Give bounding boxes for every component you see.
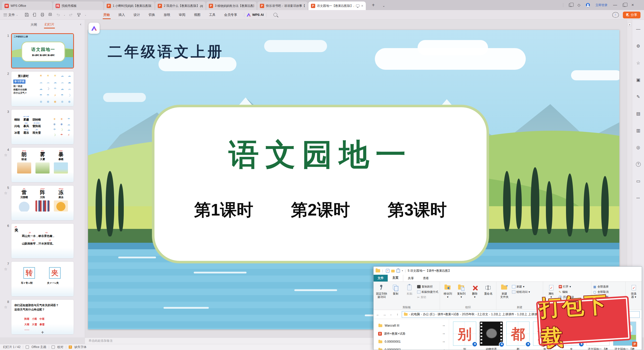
restore-button[interactable] [623,4,626,7]
tab-list-chevron-icon[interactable]: ⌄ [382,3,385,9]
wps-ai-button[interactable]: WPS AI [247,13,264,17]
file-menu[interactable]: 文件⌄ [4,13,18,17]
avatar[interactable] [586,3,590,7]
app-tab-4[interactable]: P2 我是什么【教案匹配版】.pptx [155,2,206,10]
magic-pen-icon[interactable]: ✎ [632,91,644,103]
filter-button[interactable]: 筛选器 ▾ [627,283,640,305]
thumbnail-5[interactable]: léi雷贝雷帽 zhèn阵方阵 dòng冻果冻 [11,185,74,221]
share-button[interactable]: 分享 [623,12,640,18]
collapse-icon[interactable]: — [632,23,644,35]
ribbon-tab-4[interactable]: 切换 [144,10,159,20]
file-item[interactable]: 别别 [453,322,476,350]
breadcrumb-item[interactable]: 2上语文› [477,312,490,317]
slide-layout-icon[interactable]: ▣ [632,74,644,86]
thumbnail-8[interactable]: 你们还知道那些与天气有关的词语？这些天气有什么特点呢？ 阵雨 小雨 中雨 大雨 … [11,299,74,335]
thumbnail-2[interactable]: 第1课时 学习字词 说一说这些图片分别表示什么天气？ ☀☀☀☁☁☁☁☁☁☁☁☽☂… [11,71,74,107]
paste-button[interactable]: 粘贴 [403,283,416,305]
app-tab-7[interactable]: P语文园地一【教案匹配版】.pp× [308,2,366,10]
ribbon-tab-5[interactable]: 放映 [159,10,175,20]
ribbon-tab-1[interactable]: 开始 [99,10,114,20]
new-item-button[interactable]: 新建 ▾ [512,285,530,289]
notes-bar[interactable]: 单击此处添加备注 [85,337,373,344]
new-folder-button[interactable]: ✦ 新建文件夹 [498,283,511,305]
cut-button[interactable]: ✂剪切 [417,295,438,299]
forward-icon[interactable]: → [382,312,387,317]
nav-item[interactable]: Warcraft III➚ [374,322,449,330]
thumbnail-6[interactable]: jiā 夹 jiā xiá 两山夹一水，峡谷景色幽， xiá jiā 山陡路狭窄… [11,223,74,259]
print-preview-icon[interactable] [48,13,52,17]
close-button[interactable]: × [631,3,634,8]
search-icon[interactable] [273,13,277,17]
tab-outline[interactable]: 大纲 [30,21,37,28]
thumbnail-1[interactable]: 语文园地一 第1课时 第2课时 第3课时 二年级语文上册 [11,33,74,68]
explorer-tab-home[interactable]: 主页 [388,274,403,282]
star-icon[interactable]: ☆ [4,305,7,309]
theme-clothes-icon[interactable]: ▤ [632,108,644,120]
ribbon-tab-3[interactable]: 设计 [129,10,144,20]
breadcrumb-item[interactable]: 2025年秋› [462,312,476,317]
ribbon-tab-2[interactable]: 插入 [114,10,129,20]
select-all-button[interactable]: ▦全部选择 [593,285,609,289]
undo-icon[interactable] [56,13,60,17]
help-icon[interactable]: ? [632,158,644,170]
proof-label[interactable]: 校对 [57,345,63,349]
format-painter-icon[interactable] [77,13,81,17]
close-tab-icon[interactable]: × [361,4,363,8]
delete-button[interactable]: 删除▾ [469,283,481,305]
ribbon-tab-9[interactable]: 会员专享 [220,10,242,20]
login-link[interactable]: 立即登录 [595,3,608,7]
comment-icon[interactable]: ▭ [632,175,644,187]
open-button[interactable]: W打开 ▾ [559,285,574,289]
tab-slides[interactable]: 幻灯片 [44,21,55,28]
app-tab-1[interactable]: WWPS Office [2,2,52,10]
breadcrumb-item[interactable]: 1.2语上 上课课件› [491,312,516,317]
move-to-button[interactable]: 移动到▾ [441,283,454,305]
rename-button[interactable]: 重命名 [482,283,495,305]
theme-label[interactable]: Office 主题 [31,345,46,349]
star-icon[interactable]: ☆ [4,153,7,157]
app-tab-2[interactable]: 找找稿壳模板 [53,2,103,10]
back-icon[interactable]: ← [376,312,380,317]
save-icon[interactable] [25,13,29,17]
star-icon[interactable]: ☆ [4,267,7,271]
thumbnail-4[interactable]: lǎng朗朗读 wù雾大雾 bào暴暴晒 [11,147,74,183]
wps-ai-floating-button[interactable] [89,23,100,34]
properties-quick-icon[interactable] [386,269,389,273]
cloud-upload-icon[interactable] [612,12,619,18]
export-icon[interactable] [32,13,37,17]
minimize-button[interactable]: — [613,3,617,7]
breadcrumb-item[interactable]: 课件+教案+试卷› [437,312,461,317]
explorer-titlebar[interactable]: | ▾ | 5 语文园地一【课件+教案匹配】 [374,267,642,275]
doc-finder-icon[interactable]: ◎ [632,141,644,153]
breadcrumb-item[interactable]: 此电脑› [411,312,422,317]
ribbon-tab-8[interactable]: 工具 [205,10,220,20]
app-tab-3[interactable]: P1 小蝌蚪找妈妈【教案匹配版】.pptx [104,2,154,10]
copy-to-button[interactable]: 复制到▾ [455,283,468,305]
thumbnail-7[interactable]: 转 夹 车+专=转 夫+丷=夹 [11,261,74,297]
more-icon[interactable]: ••• [632,192,644,204]
easy-access-button[interactable]: 轻松访问 ▾ [512,290,530,294]
breadcrumb-item[interactable]: 办公 (E:)› [423,312,436,317]
nav-item[interactable]: 0.00000001➚ [374,338,449,346]
paste-shortcut-button[interactable]: 粘贴快捷方式 [417,290,438,294]
explorer-tab-share[interactable]: 共享 [403,275,418,282]
star-icon[interactable]: ☆ [4,191,7,195]
present-icon[interactable] [356,5,359,7]
app-tab-5[interactable]: P3 植物妈妈有办法【教案匹配版】.pp [206,2,257,10]
nav-item[interactable]: 0课件+教案+试卷➚ [374,330,449,338]
thumbnail-3[interactable]: 晴朗wù mái雾霾阴转晴闪电bào暴风léi zhèn雷阵雨冰雹dòng霜冻j… [11,109,74,145]
clipboard-quick-icon[interactable] [396,269,400,273]
add-slide-button[interactable]: + [0,330,85,335]
redo-icon[interactable] [69,13,73,17]
copy-button[interactable]: 复制 [389,283,402,305]
collapse-panel-icon[interactable]: ‹ [80,22,81,26]
window-arrange-icon[interactable] [569,4,572,7]
new-tab-button[interactable]: + [372,2,375,8]
print-icon[interactable] [40,13,45,17]
up-icon[interactable]: ↑ [395,312,400,317]
explorer-tab-view[interactable]: 查看 [418,275,433,282]
file-item[interactable]: 都都 [506,322,530,350]
copy-path-button[interactable]: 复制路径 [417,285,438,289]
pin-quick-access-button[interactable]: 固定到快速访问 [375,283,388,305]
explorer-tab-file[interactable]: 文件 [374,275,388,282]
